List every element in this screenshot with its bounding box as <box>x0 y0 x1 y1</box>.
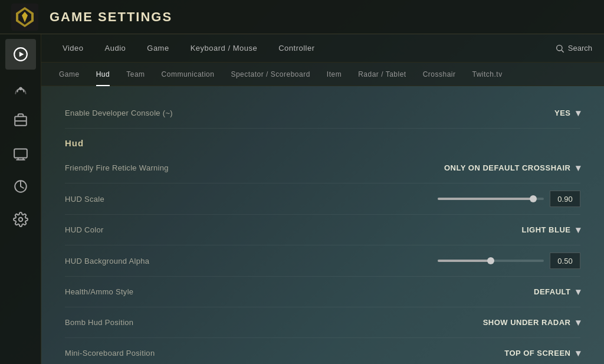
sub-nav-game[interactable]: Game <box>51 63 88 86</box>
developer-console-arrow: ▾ <box>576 107 581 119</box>
setting-row-mini-scoreboard-pos: Mini-Scoreboard Position TOP OF SCREEN ▾ <box>65 338 580 364</box>
sub-nav-twitch[interactable]: Twitch.tv <box>464 63 511 86</box>
settings-content: Enable Developer Console (~) YES ▾ Hud F… <box>41 86 604 364</box>
sub-nav: Game Hud Team Communication Spectator / … <box>41 63 604 86</box>
friendly-fire-label: Friendly Fire Reticle Warning <box>65 163 444 172</box>
bomb-hud-label: Bomb Hud Position <box>65 318 483 327</box>
sidebar-item-broadcast[interactable] <box>5 72 36 103</box>
svg-rect-6 <box>14 149 27 158</box>
play-icon <box>13 47 28 62</box>
broadcast-icon <box>13 80 28 95</box>
hud-color-label: HUD Color <box>65 225 522 234</box>
hud-color-dropdown[interactable]: LIGHT BLUE ▾ <box>522 222 581 238</box>
sub-nav-team[interactable]: Team <box>118 63 153 86</box>
svg-marker-2 <box>19 52 24 57</box>
sub-nav-crosshair[interactable]: Crosshair <box>415 63 464 86</box>
hud-color-value: LIGHT BLUE ▾ <box>522 222 581 238</box>
settings-icon <box>13 212 28 227</box>
sub-nav-item[interactable]: Item <box>319 63 350 86</box>
setting-row-friendly-fire: Friendly Fire Reticle Warning ONLY ON DE… <box>65 153 580 183</box>
sub-nav-radar-tablet[interactable]: Radar / Tablet <box>350 63 415 86</box>
hud-section-title: Hud <box>65 129 580 153</box>
page-title: GAME SETTINGS <box>50 9 172 25</box>
svg-line-13 <box>562 50 564 53</box>
friendly-fire-arrow: ▾ <box>576 162 581 173</box>
setting-row-hud-bg-alpha: HUD Background Alpha 0.50 <box>65 245 580 277</box>
hud-bg-alpha-track[interactable] <box>438 260 544 262</box>
bomb-hud-dropdown[interactable]: SHOW UNDER RADAR ▾ <box>483 314 580 330</box>
sidebar-item-inventory[interactable] <box>5 105 36 136</box>
mini-scoreboard-pos-value: TOP OF SCREEN ▾ <box>504 345 580 361</box>
csgo-logo <box>9 2 40 32</box>
hud-scale-label: HUD Scale <box>65 195 438 204</box>
setting-row-hud-color: HUD Color LIGHT BLUE ▾ <box>65 215 580 245</box>
setting-row-health-ammo: Health/Ammo Style DEFAULT ▾ <box>65 277 580 307</box>
nav-item-game[interactable]: Game <box>137 34 178 63</box>
watch-icon <box>13 146 28 161</box>
setting-row-hud-scale: HUD Scale 0.90 <box>65 183 580 215</box>
sidebar-item-stats[interactable] <box>5 171 36 202</box>
search-icon <box>555 44 564 53</box>
svg-point-12 <box>556 45 562 50</box>
developer-console-dropdown[interactable]: YES ▾ <box>554 105 580 121</box>
mini-scoreboard-pos-dropdown[interactable]: TOP OF SCREEN ▾ <box>504 345 580 361</box>
health-ammo-value: DEFAULT ▾ <box>534 284 580 300</box>
svg-point-11 <box>18 218 22 222</box>
hud-scale-value: 0.90 <box>438 191 580 207</box>
nav-search[interactable]: Search <box>555 44 592 53</box>
mini-scoreboard-pos-label: Mini-Scoreboard Position <box>65 349 504 358</box>
setting-row-developer-console: Enable Developer Console (~) YES ▾ <box>65 98 580 129</box>
sub-nav-hud[interactable]: Hud <box>88 63 119 86</box>
hud-scale-track[interactable] <box>438 198 544 200</box>
stats-icon <box>13 179 28 194</box>
hud-color-arrow: ▾ <box>576 224 581 235</box>
nav-bar: Video Audio Game Keyboard / Mouse Contro… <box>41 34 604 63</box>
nav-item-video[interactable]: Video <box>53 34 93 63</box>
top-bar: GAME SETTINGS <box>0 0 604 34</box>
friendly-fire-dropdown[interactable]: ONLY ON DEFAULT CROSSHAIR ▾ <box>444 160 580 176</box>
hud-bg-alpha-fill <box>438 260 491 262</box>
developer-console-label: Enable Developer Console (~) <box>65 109 554 117</box>
hud-scale-fill <box>438 198 533 200</box>
hud-scale-thumb[interactable] <box>530 195 537 202</box>
nav-item-controller[interactable]: Controller <box>269 34 324 63</box>
sub-nav-spectator-scoreboard[interactable]: Spectator / Scoreboard <box>222 63 318 86</box>
hud-bg-alpha-thumb[interactable] <box>487 257 494 264</box>
sub-nav-communication[interactable]: Communication <box>153 63 223 86</box>
main-content: Video Audio Game Keyboard / Mouse Contro… <box>41 34 604 364</box>
hud-bg-alpha-label: HUD Background Alpha <box>65 257 438 265</box>
nav-item-keyboard-mouse[interactable]: Keyboard / Mouse <box>181 34 267 63</box>
sidebar <box>0 34 41 364</box>
health-ammo-dropdown[interactable]: DEFAULT ▾ <box>534 284 580 300</box>
sidebar-item-play[interactable] <box>5 39 36 70</box>
bomb-hud-arrow: ▾ <box>576 317 581 328</box>
mini-scoreboard-pos-arrow: ▾ <box>576 347 581 359</box>
health-ammo-arrow: ▾ <box>576 286 581 297</box>
hud-bg-alpha-number: 0.50 <box>550 252 580 269</box>
sidebar-item-settings[interactable] <box>5 204 36 235</box>
setting-row-bomb-hud: Bomb Hud Position SHOW UNDER RADAR ▾ <box>65 307 580 338</box>
hud-bg-alpha-value: 0.50 <box>438 252 580 269</box>
friendly-fire-value: ONLY ON DEFAULT CROSSHAIR ▾ <box>444 160 580 176</box>
search-label: Search <box>568 44 592 53</box>
bomb-hud-value: SHOW UNDER RADAR ▾ <box>483 314 580 330</box>
health-ammo-label: Health/Ammo Style <box>65 287 534 296</box>
nav-item-audio[interactable]: Audio <box>96 34 136 63</box>
inventory-icon <box>13 113 28 128</box>
hud-scale-number: 0.90 <box>550 191 580 207</box>
developer-console-value: YES ▾ <box>554 105 580 121</box>
sidebar-item-watch[interactable] <box>5 138 36 169</box>
layout: Video Audio Game Keyboard / Mouse Contro… <box>0 34 604 364</box>
